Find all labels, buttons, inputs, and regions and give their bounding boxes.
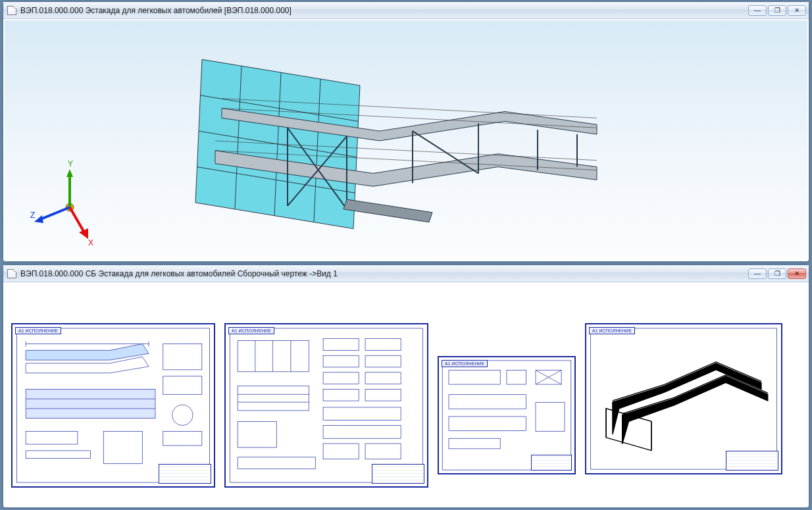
svg-rect-63 bbox=[449, 370, 500, 385]
svg-rect-49 bbox=[238, 457, 315, 469]
title-block bbox=[372, 464, 424, 484]
svg-rect-53 bbox=[365, 355, 401, 367]
model-window-controls: — ❐ ✕ bbox=[748, 5, 806, 16]
drawing-viewport[interactable]: А1 ИСПОЛНЕНИЕ bbox=[5, 284, 807, 506]
close-button[interactable]: ✕ bbox=[788, 268, 806, 279]
svg-rect-35 bbox=[103, 431, 142, 463]
svg-rect-37 bbox=[163, 376, 202, 395]
model-window: ВЭП.018.000.000 Эстакада для легковых ав… bbox=[3, 1, 809, 262]
svg-rect-57 bbox=[365, 389, 401, 401]
close-icon: ✕ bbox=[794, 7, 799, 14]
title-block bbox=[531, 455, 572, 471]
sheet-format-tag: А1 ИСПОЛНЕНИЕ bbox=[442, 360, 488, 367]
drawing-window-controls: — ❐ ✕ bbox=[748, 268, 806, 279]
axis-x-label: X bbox=[88, 238, 93, 247]
svg-rect-55 bbox=[365, 372, 401, 384]
svg-line-22 bbox=[41, 207, 70, 219]
svg-rect-60 bbox=[323, 444, 359, 459]
sheet-format-tag: А1 ИСПОЛНЕНИЕ bbox=[589, 327, 635, 334]
sheet-1-content bbox=[13, 324, 214, 486]
document-icon bbox=[7, 6, 16, 15]
svg-rect-33 bbox=[26, 431, 78, 444]
drawing-sheet-2[interactable]: А1 ИСПОЛНЕНИЕ bbox=[224, 323, 428, 488]
svg-rect-66 bbox=[449, 417, 526, 431]
close-icon: ✕ bbox=[794, 270, 799, 277]
svg-rect-41 bbox=[238, 341, 309, 372]
drawing-sheet-3[interactable]: А1 ИСПОЛНЕНИЕ bbox=[438, 356, 576, 474]
sheet-format-tag: А1 ИСПОЛНЕНИЕ bbox=[228, 327, 274, 334]
minimize-icon: — bbox=[754, 270, 761, 277]
drawing-sheet-1[interactable]: А1 ИСПОЛНЕНИЕ bbox=[11, 323, 215, 488]
svg-rect-52 bbox=[323, 355, 359, 367]
drawing-window: ВЭП.018.000.000 СБ Эстакада для легковых… bbox=[3, 265, 809, 508]
svg-line-24 bbox=[70, 207, 84, 232]
svg-rect-39 bbox=[163, 431, 202, 446]
svg-rect-48 bbox=[238, 422, 276, 447]
svg-rect-34 bbox=[26, 451, 90, 459]
document-icon bbox=[7, 269, 16, 278]
model-viewport[interactable]: Y Z X bbox=[5, 20, 807, 260]
svg-rect-59 bbox=[323, 426, 401, 439]
svg-point-38 bbox=[172, 405, 193, 425]
axis-z-label: Z bbox=[30, 211, 35, 220]
maximize-icon: ❐ bbox=[774, 7, 780, 14]
maximize-icon: ❐ bbox=[774, 270, 780, 277]
minimize-button[interactable]: — bbox=[748, 268, 767, 279]
close-button[interactable]: ✕ bbox=[788, 5, 806, 16]
axis-triad[interactable]: Y Z X bbox=[34, 161, 113, 240]
minimize-button[interactable]: — bbox=[748, 5, 767, 16]
sheet-2-content bbox=[226, 324, 427, 486]
sheet-format-tag: А1 ИСПОЛНЕНИЕ bbox=[15, 327, 61, 334]
svg-rect-36 bbox=[163, 344, 202, 370]
drawing-titlebar[interactable]: ВЭП.018.000.000 СБ Эстакада для легковых… bbox=[3, 265, 809, 282]
title-block bbox=[726, 451, 778, 471]
drawing-window-title: ВЭП.018.000.000 СБ Эстакада для легковых… bbox=[20, 269, 748, 278]
svg-rect-51 bbox=[365, 339, 401, 351]
model-render bbox=[5, 20, 807, 260]
maximize-button[interactable]: ❐ bbox=[768, 5, 786, 16]
svg-rect-30 bbox=[26, 389, 155, 418]
axis-y-label: Y bbox=[68, 159, 73, 168]
svg-rect-50 bbox=[323, 339, 359, 351]
svg-marker-23 bbox=[34, 215, 43, 223]
model-titlebar[interactable]: ВЭП.018.000.000 Эстакада для легковых ав… bbox=[3, 2, 809, 19]
drawing-sheet-4[interactable]: А1 ИСПОЛНЕНИЕ bbox=[585, 323, 782, 474]
svg-marker-21 bbox=[66, 169, 73, 177]
title-block bbox=[159, 464, 211, 484]
svg-rect-56 bbox=[323, 389, 359, 401]
minimize-icon: — bbox=[754, 7, 761, 14]
svg-rect-67 bbox=[449, 438, 500, 449]
svg-rect-61 bbox=[365, 444, 401, 459]
svg-rect-54 bbox=[323, 372, 359, 384]
maximize-button[interactable]: ❐ bbox=[768, 268, 786, 279]
svg-rect-45 bbox=[238, 386, 309, 410]
svg-rect-58 bbox=[323, 407, 401, 421]
svg-rect-65 bbox=[449, 395, 526, 409]
drawing-sheets-row: А1 ИСПОЛНЕНИЕ bbox=[11, 323, 782, 488]
svg-marker-18 bbox=[343, 199, 432, 222]
svg-rect-64 bbox=[507, 370, 526, 385]
model-window-title: ВЭП.018.000.000 Эстакада для легковых ав… bbox=[20, 6, 748, 15]
